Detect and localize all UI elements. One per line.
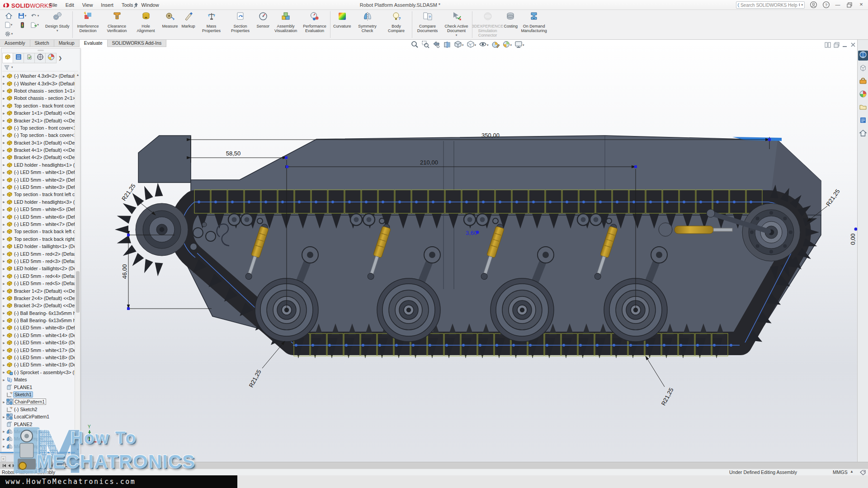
ribbon-button-mass-properties[interactable]: Mass Properties [197,10,226,39]
tree-item-label[interactable]: Bracker 2<1> (Default) <<Defa [13,118,75,123]
tree-item[interactable]: Sketch1 [1,391,75,398]
section-view-button[interactable] [442,40,452,51]
tree-item[interactable]: ▶(-) LED 5mm - white<2> (Defau [1,176,75,183]
tree-item-label[interactable]: MirrorCompo [13,429,42,434]
ribbon-button-performance-evaluation[interactable]: Performance Evaluation [300,10,329,39]
units-dropdown-icon[interactable]: ▲ [850,469,854,474]
tree-item[interactable]: ▶ChainPattern1 [1,398,75,405]
ribbon-button-curvature[interactable]: Curvature [331,10,353,39]
hide-show-items-button[interactable]: ▾ [478,40,490,51]
new-document-button[interactable]: ▾ [2,21,15,29]
tree-item-label[interactable]: (-) LED 5mm - white<3> (Defau [13,184,75,190]
taskpane-custom-properties-button[interactable] [858,116,868,126]
tab-assembly[interactable]: Assembly [0,40,30,47]
fm-tab-dimxpertmanager[interactable] [35,53,46,63]
fm-tabs-expand-icon[interactable]: ❯ [57,56,64,61]
expander-icon[interactable]: ▶ [1,356,6,359]
tree-item-label[interactable]: Robot chassis - section 1<1> (D [13,88,75,94]
ribbon-button-costing[interactable]: Costing [502,10,520,39]
restore-button[interactable] [844,0,855,10]
tree-item-label[interactable]: Bracket 4<1> (Default) <<Defa [13,147,75,153]
scroll-up-icon[interactable]: ▲ [75,72,80,78]
last-tab-icon[interactable] [17,464,21,468]
tree-item-label[interactable]: PLANE1 [13,385,33,390]
tree-item[interactable]: ▶Robot chassis - section 2<1> (D [1,94,75,102]
expander-icon[interactable]: ▶ [1,163,6,166]
tree-item-label[interactable]: MirrorCompo [13,444,42,449]
tree-item[interactable]: ▶LED holder - taillights<2> (Defa [1,265,75,272]
expander-icon[interactable]: ▶ [1,97,6,100]
taskpane-toolbox-button[interactable] [858,77,868,87]
tree-item[interactable]: ▶(-) Ball Bearing- 6x13x5mm h1< [1,310,75,317]
save-button[interactable]: ▾ [15,12,29,20]
fm-tab-configurationmanager[interactable] [24,53,35,63]
tree-item[interactable]: ▶(-) Top section - back cover<1> [1,131,75,139]
tree-item-label[interactable]: Bracker 1<1> (Default) <<Defa [13,110,75,116]
tree-item-label[interactable]: Sketch1 [13,391,33,398]
dropdown-arrow-icon[interactable]: ▾ [475,43,476,47]
expander-icon[interactable]: ▶ [1,193,6,196]
scrollbar-thumb[interactable] [76,271,80,313]
view-settings-button[interactable]: ▾ [514,40,525,51]
user-account-icon[interactable] [807,0,819,10]
expander-icon[interactable]: ▶ [1,415,6,418]
tree-item-label[interactable]: LED holder - taillights<1> (Defa [13,244,75,249]
home-button[interactable] [2,12,15,20]
ribbon-button-hole-alignment[interactable]: Hole Alignment [132,10,160,39]
tree-item-label[interactable]: LED holder - headlights<3> (De [13,199,75,205]
tree-item-label[interactable]: (-) LED 5mm - white<1> (Defau [13,169,75,175]
edit-appearance-button[interactable] [491,40,500,51]
expander-icon[interactable]: ▶ [1,437,6,441]
dropdown-arrow-icon[interactable]: ▾ [462,43,464,47]
tree-item[interactable]: ▶MirrorCompo [1,443,75,450]
tree-item[interactable]: ▶(-) LED 5mm - white<19> (Defa [1,361,75,368]
tree-item[interactable]: ▶(-) Sprocket - assembly<3> (De [1,369,75,376]
tree-item[interactable]: ▶(-) LED 5mm - red<4> (Default) [1,272,75,280]
tree-item[interactable]: ▶MirrorCompo [1,435,75,442]
search-input[interactable]: Search SOLIDWORKS Help [741,3,797,8]
taskpane-file-explorer-button[interactable] [858,103,868,113]
ribbon-button-compare-documents[interactable]: ?Compare Documents [413,10,442,39]
expander-icon[interactable]: ▶ [1,186,6,189]
menu-insert[interactable]: Insert [97,0,118,10]
expander-icon[interactable]: ▶ [1,445,6,448]
tree-item[interactable]: ▶(-) LED 5mm - red<3> (Default) [1,258,75,265]
tree-item[interactable]: ▶(-) LED 5mm - white<5> (Defau [1,206,75,213]
study-tab-model[interactable]: Model [23,462,46,469]
ribbon-button-on-demand-manufacturing[interactable]: On Demand Manufacturing [519,10,548,39]
tree-item[interactable]: ▶(-) Ball Bearing- 6x13x5mm h1< [1,317,75,324]
undo-button[interactable]: ▾ [29,12,41,20]
expander-icon[interactable]: ▶ [1,149,6,152]
expander-icon[interactable]: ▶ [1,245,6,248]
options-gear-button[interactable]: ▾ [2,30,15,38]
tree-item[interactable]: ▶LED holder - headlights<3> (De [1,198,75,206]
tree-item[interactable]: ▶Top section - track back left co [1,228,75,235]
expander-icon[interactable]: ▶ [1,156,6,159]
scroll-down-icon[interactable]: ▼ [75,447,80,452]
tree-item-label[interactable]: LocalCirPattern1 [13,414,50,419]
search-dropdown-icon[interactable]: ▾ [801,3,803,7]
expander-icon[interactable]: ▶ [1,259,6,263]
tree-item[interactable]: PLANE1 [1,383,75,390]
display-style-button[interactable]: ▾ [466,40,477,51]
doc-minimize-icon[interactable] [842,42,848,50]
menu-window[interactable]: Window [137,0,163,10]
expander-icon[interactable]: ▶ [1,215,6,218]
expander-icon[interactable]: ▶ [1,267,6,270]
tree-item-label[interactable]: (-) LED 5mm - white<17> (Defa [13,347,75,353]
tree-item-label[interactable]: (-) LED 5mm - white<8> (Defau [13,325,75,330]
tree-item-label[interactable]: Top section - track back left co [13,229,75,234]
tree-item[interactable]: ▶(-) LED 5mm - white<17> (Defa [1,346,75,353]
tree-item[interactable]: ▶Top section - track front cover< [1,102,75,109]
zoom-fit-button[interactable] [410,40,420,51]
taskpane-design-library-button[interactable] [858,64,868,74]
expander-icon[interactable]: ▶ [1,126,6,129]
menu-view[interactable]: View [78,0,97,10]
fm-tab-displaymanager[interactable] [46,53,57,63]
expander-icon[interactable]: ▶ [1,223,6,226]
expander-icon[interactable]: ▶ [1,230,6,233]
expander-icon[interactable]: ▶ [1,178,6,181]
study-tab-motion-study-1[interactable]: Motion Study 1 [46,462,85,469]
tree-item-label[interactable]: MirrorCompo [13,436,42,441]
expander-icon[interactable]: ▶ [1,119,6,122]
